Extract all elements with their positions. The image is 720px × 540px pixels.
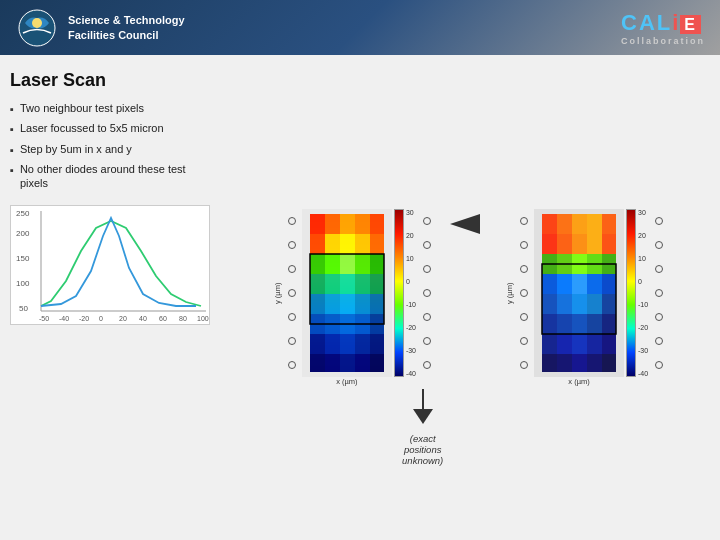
rdot-ml1 bbox=[520, 241, 528, 249]
svg-rect-52 bbox=[340, 334, 355, 354]
svg-rect-31 bbox=[325, 254, 340, 274]
svg-rect-22 bbox=[340, 214, 355, 234]
bullet-1: Two neighbour test pixels bbox=[10, 101, 210, 116]
dot-tr bbox=[423, 217, 431, 225]
dot-mr1 bbox=[423, 241, 431, 249]
right-heatmap-content: 30 20 10 0 -10 -20 -30 -40 x (µm) bbox=[534, 209, 649, 386]
tick-n30: -30 bbox=[406, 347, 416, 354]
rdot-cr bbox=[655, 289, 663, 297]
svg-rect-28 bbox=[355, 234, 370, 254]
svg-rect-91 bbox=[587, 314, 602, 334]
right-xlabel: x (µm) bbox=[534, 377, 624, 386]
stfc-emblem bbox=[15, 8, 60, 48]
svg-rect-65 bbox=[572, 214, 587, 234]
svg-rect-95 bbox=[572, 334, 587, 354]
svg-rect-82 bbox=[602, 274, 616, 294]
heatmap-panel-left: y (µm) bbox=[273, 209, 435, 386]
svg-rect-40 bbox=[310, 294, 325, 314]
svg-rect-87 bbox=[602, 294, 616, 314]
left-heatmap-content: 30 20 10 0 -10 -20 -30 -40 x (µm) bbox=[302, 209, 417, 386]
stfc-logo-area: Science & Technology Facilities Council bbox=[15, 8, 185, 48]
right-dots-left bbox=[516, 209, 532, 377]
rdot-mr1 bbox=[655, 241, 663, 249]
dot-mr4 bbox=[423, 337, 431, 345]
left-xlabel: x (µm) bbox=[302, 377, 392, 386]
rtick-n40: -40 bbox=[638, 370, 648, 377]
svg-rect-72 bbox=[602, 234, 616, 254]
svg-text:0: 0 bbox=[99, 315, 103, 322]
rdot-mr4 bbox=[655, 337, 663, 345]
rtick-30: 30 bbox=[638, 209, 648, 216]
rdot-mr2 bbox=[655, 265, 663, 273]
svg-text:-50: -50 bbox=[39, 315, 49, 322]
rdot-cl bbox=[520, 289, 528, 297]
right-colorbar-section: 30 20 10 0 -10 -20 -30 -40 bbox=[626, 209, 649, 377]
svg-point-1 bbox=[32, 18, 42, 28]
page-title: Laser Scan bbox=[10, 70, 210, 91]
svg-rect-81 bbox=[587, 274, 602, 294]
svg-rect-66 bbox=[587, 214, 602, 234]
svg-rect-83 bbox=[542, 294, 557, 314]
svg-text:150: 150 bbox=[16, 254, 30, 263]
svg-rect-54 bbox=[370, 334, 384, 354]
bullet-list: Two neighbour test pixels Laser focussed… bbox=[10, 101, 210, 190]
dot-cl bbox=[288, 289, 296, 297]
svg-rect-96 bbox=[587, 334, 602, 354]
header: Science & Technology Facilities Council … bbox=[0, 0, 720, 55]
rdot-tl bbox=[520, 217, 528, 225]
svg-marker-61 bbox=[450, 214, 480, 234]
right-dots-right bbox=[651, 209, 667, 377]
svg-rect-97 bbox=[602, 334, 616, 354]
rdot-br bbox=[655, 361, 663, 369]
svg-rect-25 bbox=[310, 234, 325, 254]
left-panel: Laser Scan Two neighbour test pixels Las… bbox=[0, 55, 220, 540]
svg-rect-100 bbox=[572, 354, 587, 372]
dot-ml1 bbox=[288, 241, 296, 249]
svg-text:60: 60 bbox=[159, 315, 167, 322]
svg-rect-34 bbox=[370, 254, 384, 274]
rdot-ml4 bbox=[520, 337, 528, 345]
svg-rect-86 bbox=[587, 294, 602, 314]
svg-rect-80 bbox=[572, 274, 587, 294]
svg-text:-20: -20 bbox=[79, 315, 89, 322]
left-colorbar-section: 30 20 10 0 -10 -20 -30 -40 bbox=[394, 209, 417, 377]
svg-rect-36 bbox=[325, 274, 340, 294]
svg-rect-59 bbox=[370, 354, 384, 372]
dot-mr2 bbox=[423, 265, 431, 273]
svg-rect-29 bbox=[370, 234, 384, 254]
svg-rect-26 bbox=[325, 234, 340, 254]
svg-rect-102 bbox=[602, 354, 616, 372]
right-ylabel: y (µm) bbox=[505, 209, 514, 377]
svg-rect-92 bbox=[602, 314, 616, 334]
svg-marker-105 bbox=[413, 409, 433, 424]
svg-text:200: 200 bbox=[16, 229, 30, 238]
rdot-bl bbox=[520, 361, 528, 369]
svg-rect-51 bbox=[325, 334, 340, 354]
svg-text:40: 40 bbox=[139, 315, 147, 322]
svg-rect-57 bbox=[340, 354, 355, 372]
svg-rect-70 bbox=[572, 234, 587, 254]
svg-rect-44 bbox=[370, 294, 384, 314]
svg-text:250: 250 bbox=[16, 209, 30, 218]
svg-rect-41 bbox=[325, 294, 340, 314]
svg-rect-55 bbox=[310, 354, 325, 372]
rtick-20: 20 bbox=[638, 232, 648, 239]
tick-n40: -40 bbox=[406, 370, 416, 377]
heatmap-panel-right: y (µm) bbox=[505, 209, 667, 386]
right-heatmap-svg bbox=[534, 209, 624, 377]
dot-mr3 bbox=[423, 313, 431, 321]
svg-rect-23 bbox=[355, 214, 370, 234]
svg-rect-43 bbox=[355, 294, 370, 314]
dot-ml2 bbox=[288, 265, 296, 273]
svg-rect-79 bbox=[557, 274, 572, 294]
dot-br bbox=[423, 361, 431, 369]
right-panel: y (µm) bbox=[220, 55, 720, 540]
rdot-ml2 bbox=[520, 265, 528, 273]
left-dots-left bbox=[284, 209, 300, 377]
svg-rect-101 bbox=[587, 354, 602, 372]
svg-rect-67 bbox=[602, 214, 616, 234]
svg-rect-24 bbox=[370, 214, 384, 234]
line-chart-svg: 250 200 150 100 50 -50 -40 -20 0 20 40 6… bbox=[11, 206, 210, 325]
svg-text:50: 50 bbox=[19, 304, 28, 313]
dot-tl bbox=[288, 217, 296, 225]
